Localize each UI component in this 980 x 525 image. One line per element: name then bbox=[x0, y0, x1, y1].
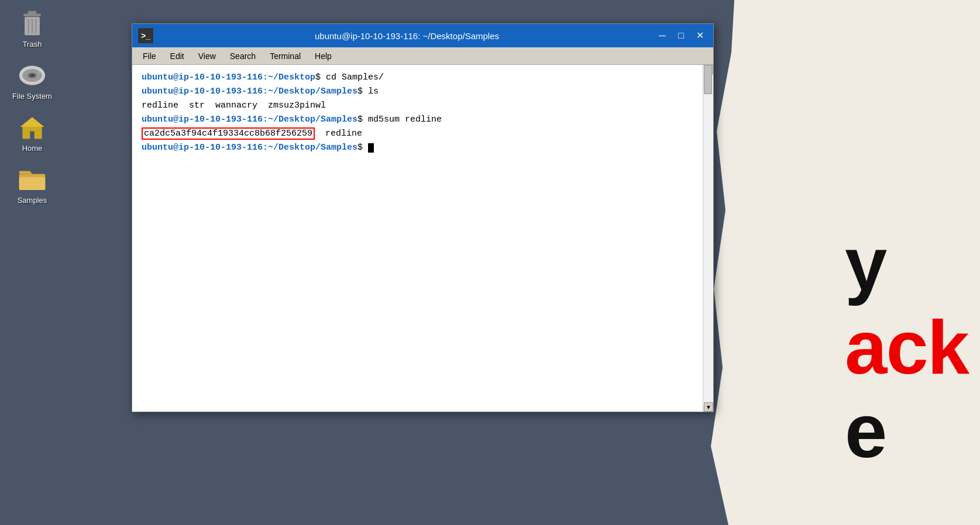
trash-label: Trash bbox=[23, 40, 42, 49]
menu-edit[interactable]: Edit bbox=[164, 50, 190, 62]
terminal-line-1: ubuntu@ip-10-10-193-116:~/Desktop$ cd Sa… bbox=[142, 71, 699, 85]
window-controls: ─ □ ✕ bbox=[655, 29, 707, 42]
terminal-window: >_ ubuntu@ip-10-10-193-116: ~/Desktop/Sa… bbox=[132, 23, 714, 412]
prompt-2: ubuntu@ip-10-10-193-116:~/Desktop/Sample… bbox=[142, 87, 357, 96]
terminal-line-5: ca2dc5a3f94c4f19334cc8b68f256259 redline bbox=[142, 127, 699, 141]
menu-bar: File Edit View Search Terminal Help bbox=[132, 47, 713, 65]
samples-label: Samples bbox=[18, 196, 47, 205]
menu-help[interactable]: Help bbox=[309, 50, 338, 62]
desktop: y ack e Trash bbox=[0, 0, 980, 525]
terminal-content[interactable]: ubuntu@ip-10-10-193-116:~/Desktop$ cd Sa… bbox=[132, 65, 713, 412]
cmd-3: $ md5sum redline bbox=[357, 115, 442, 125]
home-label: Home bbox=[22, 144, 43, 153]
terminal-line-6: ubuntu@ip-10-10-193-116:~/Desktop/Sample… bbox=[142, 141, 699, 155]
trash-icon[interactable]: Trash bbox=[6, 6, 59, 52]
terminal-line-3: redline str wannacry zmsuz3pinwl bbox=[142, 99, 699, 113]
svg-marker-12 bbox=[20, 117, 44, 127]
svg-point-9 bbox=[30, 74, 34, 77]
torn-paper-text: y ack e bbox=[845, 222, 968, 473]
scrollbar-thumb[interactable] bbox=[704, 65, 712, 94]
prompt-4: ubuntu@ip-10-10-193-116:~/Desktop/Sample… bbox=[142, 143, 357, 153]
filesystem-icon[interactable]: File System bbox=[6, 58, 59, 104]
home-icon-image bbox=[18, 113, 46, 141]
close-button[interactable]: ✕ bbox=[692, 29, 707, 42]
torn-text-e: e bbox=[845, 389, 968, 473]
cmd-1: $ cd Samples/ bbox=[315, 72, 384, 82]
terminal-line-4: ubuntu@ip-10-10-193-116:~/Desktop/Sample… bbox=[142, 113, 699, 127]
filesystem-label: File System bbox=[12, 92, 52, 101]
terminal-scrollbar[interactable]: ▲ ▼ bbox=[703, 65, 713, 412]
scrollbar-down-button[interactable]: ▼ bbox=[704, 402, 713, 412]
cmd-2: $ ls bbox=[357, 87, 379, 96]
md5-filename: redline bbox=[315, 129, 362, 139]
md5-hash-highlighted: ca2dc5a3f94c4f19334cc8b68f256259 bbox=[142, 127, 315, 140]
svg-rect-1 bbox=[28, 11, 37, 15]
prompt-3: ubuntu@ip-10-10-193-116:~/Desktop/Sample… bbox=[142, 115, 357, 125]
menu-search[interactable]: Search bbox=[224, 50, 262, 62]
ls-output: redline str wannacry zmsuz3pinwl bbox=[142, 101, 326, 110]
samples-folder-image bbox=[18, 165, 46, 194]
torn-paper-decoration: y ack e bbox=[711, 0, 980, 525]
title-bar: >_ ubuntu@ip-10-10-193-116: ~/Desktop/Sa… bbox=[132, 24, 713, 47]
svg-rect-14 bbox=[19, 177, 46, 190]
torn-text-y: y bbox=[845, 222, 968, 306]
terminal-cursor bbox=[368, 143, 374, 153]
home-icon[interactable]: Home bbox=[6, 110, 59, 156]
menu-view[interactable]: View bbox=[192, 50, 222, 62]
terminal-title: ubuntu@ip-10-10-193-116: ~/Desktop/Sampl… bbox=[159, 31, 655, 41]
terminal-line-2: ubuntu@ip-10-10-193-116:~/Desktop/Sample… bbox=[142, 85, 699, 99]
desktop-icon-area: Trash File System bbox=[0, 0, 64, 208]
trash-icon-image bbox=[18, 9, 46, 37]
terminal-icon: >_ bbox=[138, 28, 153, 43]
prompt-1: ubuntu@ip-10-10-193-116:~/Desktop bbox=[142, 72, 315, 82]
menu-file[interactable]: File bbox=[137, 50, 162, 62]
svg-point-10 bbox=[37, 71, 40, 74]
samples-folder-icon[interactable]: Samples bbox=[6, 162, 59, 208]
menu-terminal[interactable]: Terminal bbox=[264, 50, 307, 62]
filesystem-icon-image bbox=[18, 61, 46, 89]
terminal-icon-text: >_ bbox=[141, 31, 150, 40]
torn-text-ack: ack bbox=[845, 306, 968, 389]
cmd-4: $ bbox=[357, 143, 368, 153]
minimize-button[interactable]: ─ bbox=[655, 29, 670, 42]
maximize-button[interactable]: □ bbox=[673, 29, 689, 42]
